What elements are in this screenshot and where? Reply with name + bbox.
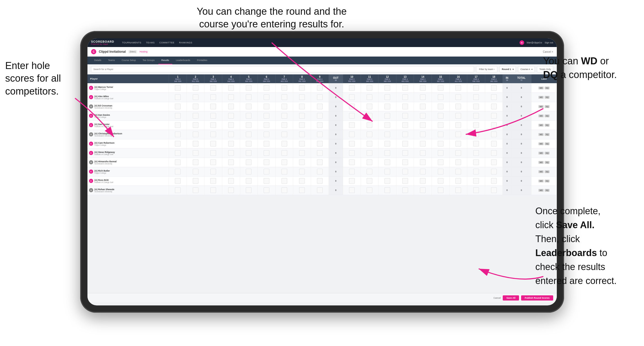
hole-3-input[interactable] [204,93,222,102]
score-input[interactable] [317,187,323,193]
hole-8-input[interactable] [293,186,311,195]
hole-18-input[interactable] [485,176,503,186]
header-cancel-button[interactable]: Cancel × [543,50,553,53]
score-input[interactable] [210,132,216,137]
hole-9-input[interactable] [311,130,329,139]
score-input[interactable] [210,187,216,193]
score-input[interactable] [228,141,234,147]
score-input[interactable] [193,178,198,184]
hole-17-input[interactable] [467,139,485,148]
score-input[interactable] [299,150,305,156]
score-input[interactable] [420,169,426,174]
hole-14-input[interactable] [414,186,432,195]
dq-button[interactable]: DQ [545,180,550,182]
score-input[interactable] [175,187,181,193]
hole-7-input[interactable] [275,93,293,102]
hole-16-input[interactable] [449,139,467,148]
score-input[interactable] [455,178,461,184]
score-input[interactable] [299,169,305,174]
score-input[interactable] [491,85,497,91]
score-input[interactable] [228,159,234,165]
hole-12-input[interactable] [379,139,396,148]
hole-11-input[interactable] [361,148,379,158]
hole-13-input[interactable] [396,167,414,176]
score-input[interactable] [282,94,287,100]
score-input[interactable] [367,141,372,147]
score-input[interactable] [384,159,390,165]
hole-11-input[interactable] [361,93,379,102]
hole-6-input[interactable] [258,111,276,120]
hole-8-input[interactable] [293,148,311,158]
score-input[interactable] [317,94,323,100]
score-input[interactable] [420,141,426,147]
score-input[interactable] [264,169,269,174]
hole-7-input[interactable] [275,139,293,148]
hole-11-input[interactable] [361,139,379,148]
hole-6-input[interactable] [258,158,276,167]
hole-6-input[interactable] [258,93,276,102]
hole-5-input[interactable] [240,176,258,186]
score-input[interactable] [193,187,198,193]
hole-16-input[interactable] [449,167,467,176]
tab-printables[interactable]: Printables [194,57,210,64]
score-input[interactable] [282,169,287,174]
score-input[interactable] [210,94,216,100]
hole-5-input[interactable] [240,102,258,111]
hole-18-input[interactable] [485,148,503,158]
score-input[interactable] [438,122,443,128]
hole-15-input[interactable] [432,102,449,111]
score-input[interactable] [473,85,479,91]
wd-button[interactable]: WD [538,124,544,127]
score-input[interactable] [473,159,479,165]
hole-4-input[interactable] [222,93,240,102]
score-input[interactable] [264,85,269,91]
score-input[interactable] [282,104,287,109]
hole-6-input[interactable] [258,130,276,139]
score-input[interactable] [299,94,305,100]
hole-5-input[interactable] [240,148,258,158]
score-input[interactable] [420,159,426,165]
nav-committee[interactable]: COMMITTEE [159,41,175,44]
hole-3-input[interactable] [204,139,222,148]
score-input[interactable] [193,113,198,119]
hole-17-input[interactable] [467,93,485,102]
score-input[interactable] [455,141,461,147]
score-input[interactable] [384,104,390,109]
hole-1-input[interactable] [169,158,187,167]
hole-18-input[interactable] [485,186,503,195]
score-input[interactable] [384,85,390,91]
hole-4-input[interactable] [222,102,240,111]
hole-17-input[interactable] [467,120,485,130]
hole-7-input[interactable] [275,120,293,130]
hole-12-input[interactable] [379,176,396,186]
score-input[interactable] [246,104,251,109]
score-input[interactable] [491,132,497,137]
score-input[interactable] [349,141,355,147]
hole-7-input[interactable] [275,111,293,120]
score-input[interactable] [175,169,181,174]
score-input[interactable] [175,113,181,119]
hole-17-input[interactable] [467,102,485,111]
nav-rankings[interactable]: RANKINGS [179,41,192,44]
score-input[interactable] [349,113,355,119]
score-input[interactable] [349,122,355,128]
hole-8-input[interactable] [293,139,311,148]
score-input[interactable] [228,187,234,193]
score-input[interactable] [317,178,323,184]
hole-7-input[interactable] [275,148,293,158]
hole-11-input[interactable] [361,102,379,111]
score-input[interactable] [473,178,479,184]
hole-17-input[interactable] [467,148,485,158]
hole-9-input[interactable] [311,186,329,195]
score-input[interactable] [349,169,355,174]
hole-7-input[interactable] [275,167,293,176]
hole-14-input[interactable] [414,111,432,120]
hole-3-input[interactable] [204,167,222,176]
hole-16-input[interactable] [449,158,467,167]
score-input[interactable] [210,178,216,184]
hole-2-input[interactable] [187,148,204,158]
score-input[interactable] [317,150,323,156]
score-input[interactable] [317,169,323,174]
hole-14-input[interactable] [414,130,432,139]
hole-2-input[interactable] [187,158,204,167]
